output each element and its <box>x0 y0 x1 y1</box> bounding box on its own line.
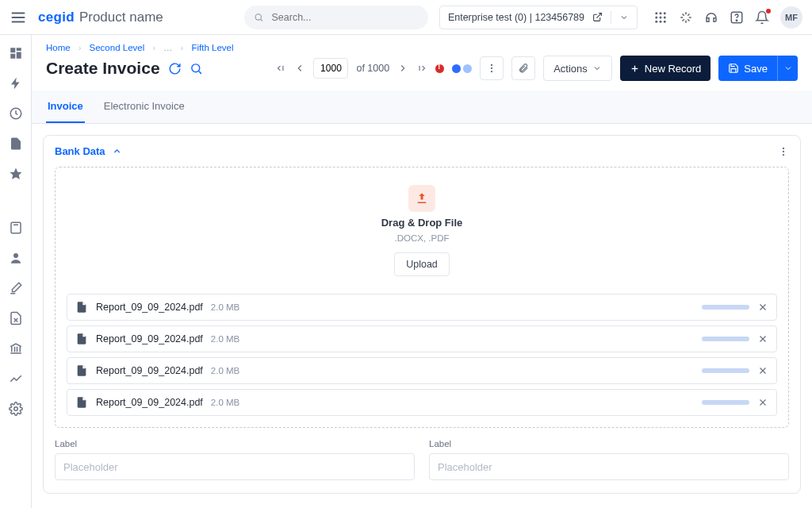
chevron-down-icon <box>592 64 602 73</box>
svg-point-36 <box>191 64 199 71</box>
file-progress <box>702 305 749 310</box>
svg-point-9 <box>655 16 657 18</box>
headset-icon[interactable] <box>704 10 718 25</box>
svg-line-5 <box>596 13 601 18</box>
tab-electronic-invoice[interactable]: Electronic Invoice <box>102 90 186 123</box>
file-row: Report_09_09_2024.pdf2.0 MB <box>67 389 777 416</box>
svg-rect-23 <box>11 222 21 233</box>
dashboard-icon[interactable] <box>9 46 23 60</box>
person-icon[interactable] <box>9 251 23 265</box>
breadcrumb-home[interactable]: Home <box>46 43 71 52</box>
remove-file-icon[interactable] <box>757 397 768 408</box>
dropzone-title: Drag & Drop File <box>381 217 463 229</box>
brand: cegid Product name <box>38 10 163 25</box>
help-icon[interactable] <box>730 10 744 25</box>
svg-point-7 <box>660 12 662 14</box>
field-left: Label <box>55 439 415 480</box>
file-size: 2.0 MB <box>211 366 239 375</box>
save-button[interactable]: Save <box>718 56 777 81</box>
remove-file-icon[interactable] <box>757 333 768 344</box>
file-icon[interactable] <box>9 137 23 151</box>
last-page-icon[interactable] <box>416 63 427 74</box>
search-input[interactable] <box>270 11 418 24</box>
status-dot-icon[interactable] <box>463 64 472 73</box>
dropzone-subtitle: .DOCX, .PDF <box>394 233 449 243</box>
file-progress <box>702 337 749 341</box>
actions-button[interactable]: Actions <box>543 56 612 81</box>
settings-icon[interactable] <box>9 402 23 416</box>
bank-icon[interactable] <box>9 341 23 356</box>
field-left-input[interactable] <box>55 453 415 480</box>
page-total: of 1000 <box>356 63 389 74</box>
field-right: Label <box>429 439 789 480</box>
refresh-icon[interactable] <box>168 62 182 75</box>
remove-file-icon[interactable] <box>757 302 768 313</box>
file-row: Report_09_09_2024.pdf2.0 MB <box>67 325 777 352</box>
field-right-input[interactable] <box>429 453 789 480</box>
notifications-icon[interactable] <box>755 10 769 25</box>
upload-icon <box>408 185 435 212</box>
attach-button[interactable] <box>511 56 535 80</box>
file-name: Report_09_09_2024.pdf <box>96 397 203 408</box>
star-icon[interactable] <box>9 167 23 181</box>
search-title-icon[interactable] <box>190 62 203 75</box>
remove-file-icon[interactable] <box>757 365 768 376</box>
trend-icon[interactable] <box>9 371 23 386</box>
field-right-label: Label <box>429 439 789 448</box>
next-page-icon[interactable] <box>397 63 408 74</box>
kebab-button[interactable] <box>480 56 504 80</box>
svg-point-10 <box>660 16 662 18</box>
svg-point-41 <box>491 67 492 69</box>
svg-point-12 <box>655 20 657 22</box>
status-dot-icon[interactable] <box>452 64 461 73</box>
upload-button[interactable]: Upload <box>394 252 450 276</box>
card-more-button[interactable] <box>778 146 789 157</box>
tab-invoice[interactable]: Invoice <box>46 90 85 123</box>
save-label: Save <box>744 63 768 75</box>
search-icon <box>254 12 264 23</box>
clock-icon[interactable] <box>9 106 23 121</box>
svg-point-6 <box>655 12 657 14</box>
bolt-icon[interactable] <box>9 76 23 90</box>
main: Home › Second Level › … › Fifth Level Cr… <box>32 35 812 508</box>
breadcrumb-fifth[interactable]: Fifth Level <box>191 43 233 52</box>
page-input[interactable] <box>313 58 348 79</box>
svg-point-16 <box>736 20 737 21</box>
sparkle-icon[interactable] <box>679 10 693 25</box>
avatar[interactable]: MF <box>780 6 802 29</box>
menu-icon[interactable] <box>10 9 27 26</box>
svg-point-3 <box>255 13 261 19</box>
svg-rect-18 <box>16 48 21 51</box>
document-icon <box>75 364 88 377</box>
svg-point-31 <box>13 253 18 258</box>
plus-icon <box>630 64 640 74</box>
chevron-up-icon[interactable] <box>112 146 122 156</box>
edit-icon[interactable] <box>9 281 23 295</box>
svg-point-14 <box>664 20 666 22</box>
chevron-right-icon: › <box>181 43 184 52</box>
status-dots <box>435 64 472 73</box>
error-dot-icon[interactable] <box>435 64 444 73</box>
calculator-icon[interactable] <box>9 221 23 235</box>
prev-page-icon[interactable] <box>294 63 305 74</box>
environment-selector[interactable]: Enterprise test (0) | 123456789 <box>439 6 638 29</box>
apps-icon[interactable] <box>653 10 668 25</box>
svg-point-8 <box>664 12 666 14</box>
file-progress <box>702 368 749 373</box>
breadcrumb-second[interactable]: Second Level <box>90 43 145 52</box>
new-record-button[interactable]: New Record <box>620 56 711 81</box>
svg-point-42 <box>491 71 492 72</box>
dropzone[interactable]: Drag & Drop File .DOCX, .PDF Upload Repo… <box>55 167 789 428</box>
svg-rect-48 <box>418 202 427 204</box>
svg-rect-17 <box>10 48 15 52</box>
card-title: Bank Data <box>55 145 105 157</box>
svg-point-46 <box>783 150 784 152</box>
sidebar-rail <box>0 35 32 508</box>
first-page-icon[interactable] <box>275 63 286 74</box>
page-title: Create Invoice <box>46 59 160 78</box>
breadcrumb-ellipsis[interactable]: … <box>163 43 173 52</box>
save-caret-button[interactable] <box>777 56 798 81</box>
svg-point-11 <box>664 16 666 18</box>
file-x-icon[interactable] <box>9 311 23 325</box>
search-input-container[interactable] <box>244 6 428 29</box>
